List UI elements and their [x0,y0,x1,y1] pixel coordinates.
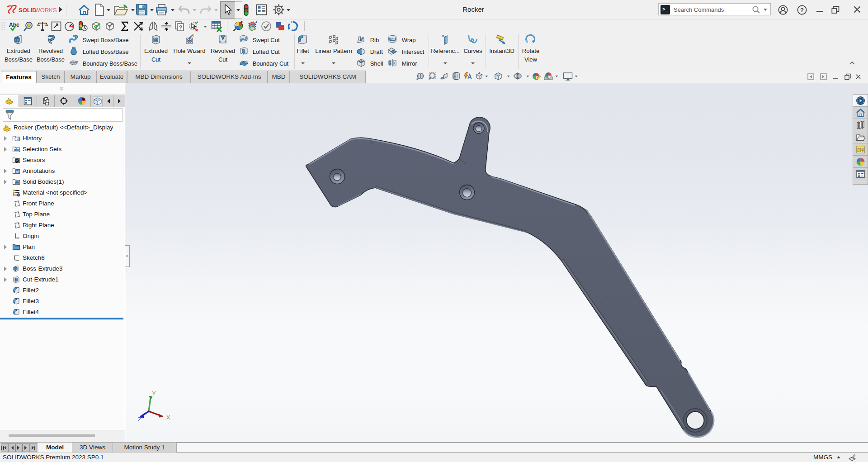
svg-text:X: X [166,414,170,421]
svg-text:WORKS: WORKS [35,7,57,14]
svg-text:Y: Y [152,390,156,397]
svg-text:SOLID: SOLID [19,7,37,14]
svg-text:A: A [16,170,19,174]
svg-text:Z: Z [138,416,142,423]
svg-text:?: ? [179,24,182,31]
svg-text:?: ? [800,7,804,14]
svg-text:GD: GD [391,38,395,41]
